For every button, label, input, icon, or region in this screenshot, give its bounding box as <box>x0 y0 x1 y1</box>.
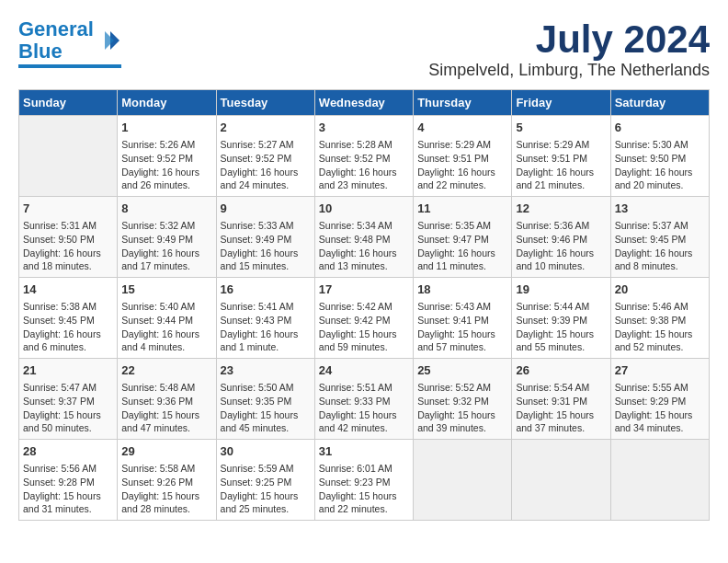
day-number: 16 <box>221 282 311 298</box>
cell-sun-info: Sunrise: 5:42 AM Sunset: 9:42 PM Dayligh… <box>319 300 409 354</box>
cell-sun-info: Sunrise: 5:51 AM Sunset: 9:33 PM Dayligh… <box>319 381 409 435</box>
cell-sun-info: Sunrise: 5:26 AM Sunset: 9:52 PM Dayligh… <box>121 138 211 192</box>
day-number: 26 <box>516 362 606 379</box>
cell-sun-info: Sunrise: 5:30 AM Sunset: 9:50 PM Dayligh… <box>615 138 705 192</box>
day-number: 14 <box>23 282 113 298</box>
calendar-cell: 27Sunrise: 5:55 AM Sunset: 9:29 PM Dayli… <box>610 359 709 440</box>
calendar-cell: 2Sunrise: 5:27 AM Sunset: 9:52 PM Daylig… <box>216 116 314 197</box>
calendar-cell <box>414 439 512 520</box>
cell-sun-info: Sunrise: 5:52 AM Sunset: 9:32 PM Dayligh… <box>417 381 507 435</box>
location-title: Simpelveld, Limburg, The Netherlands <box>428 61 710 80</box>
cell-sun-info: Sunrise: 5:44 AM Sunset: 9:39 PM Dayligh… <box>516 300 606 354</box>
header-day-wednesday: Wednesday <box>314 90 413 116</box>
cell-sun-info: Sunrise: 5:38 AM Sunset: 9:45 PM Dayligh… <box>23 300 113 354</box>
logo-divider <box>18 64 121 68</box>
calendar-cell: 19Sunrise: 5:44 AM Sunset: 9:39 PM Dayli… <box>512 278 610 359</box>
calendar-week-row: 21Sunrise: 5:47 AM Sunset: 9:37 PM Dayli… <box>19 359 710 440</box>
day-number: 17 <box>319 282 409 298</box>
calendar-cell: 17Sunrise: 5:42 AM Sunset: 9:42 PM Dayli… <box>314 278 413 359</box>
calendar-cell: 18Sunrise: 5:43 AM Sunset: 9:41 PM Dayli… <box>414 278 512 359</box>
day-number: 4 <box>417 120 507 136</box>
day-number: 12 <box>516 201 606 217</box>
calendar-cell: 28Sunrise: 5:56 AM Sunset: 9:28 PM Dayli… <box>19 439 118 520</box>
calendar-week-row: 14Sunrise: 5:38 AM Sunset: 9:45 PM Dayli… <box>19 278 710 359</box>
day-number: 1 <box>121 120 211 136</box>
cell-sun-info: Sunrise: 5:35 AM Sunset: 9:47 PM Dayligh… <box>417 219 507 273</box>
day-number: 8 <box>121 201 211 217</box>
header-day-friday: Friday <box>512 90 610 116</box>
day-number: 30 <box>221 443 311 460</box>
calendar-cell: 16Sunrise: 5:41 AM Sunset: 9:43 PM Dayli… <box>216 278 314 359</box>
calendar-header-row: SundayMondayTuesdayWednesdayThursdayFrid… <box>19 90 710 116</box>
calendar-cell: 25Sunrise: 5:52 AM Sunset: 9:32 PM Dayli… <box>414 359 512 440</box>
day-number: 24 <box>319 362 409 379</box>
calendar-cell: 10Sunrise: 5:34 AM Sunset: 9:48 PM Dayli… <box>314 197 413 278</box>
cell-sun-info: Sunrise: 5:31 AM Sunset: 9:50 PM Dayligh… <box>23 219 113 273</box>
header-day-saturday: Saturday <box>610 90 709 116</box>
calendar-week-row: 28Sunrise: 5:56 AM Sunset: 9:28 PM Dayli… <box>19 439 710 520</box>
cell-sun-info: Sunrise: 5:56 AM Sunset: 9:28 PM Dayligh… <box>23 462 113 516</box>
cell-sun-info: Sunrise: 5:37 AM Sunset: 9:45 PM Dayligh… <box>615 219 705 273</box>
calendar-cell: 21Sunrise: 5:47 AM Sunset: 9:37 PM Dayli… <box>19 359 118 440</box>
calendar-cell <box>512 439 610 520</box>
cell-sun-info: Sunrise: 5:32 AM Sunset: 9:49 PM Dayligh… <box>121 219 211 273</box>
cell-sun-info: Sunrise: 5:58 AM Sunset: 9:26 PM Dayligh… <box>121 462 211 516</box>
calendar-cell: 7Sunrise: 5:31 AM Sunset: 9:50 PM Daylig… <box>19 197 118 278</box>
cell-sun-info: Sunrise: 5:46 AM Sunset: 9:38 PM Dayligh… <box>615 300 705 354</box>
month-title: July 2024 <box>428 18 710 61</box>
cell-sun-info: Sunrise: 5:55 AM Sunset: 9:29 PM Dayligh… <box>615 381 705 435</box>
calendar-cell: 29Sunrise: 5:58 AM Sunset: 9:26 PM Dayli… <box>118 439 216 520</box>
cell-sun-info: Sunrise: 5:50 AM Sunset: 9:35 PM Dayligh… <box>221 381 311 435</box>
calendar-cell: 3Sunrise: 5:28 AM Sunset: 9:52 PM Daylig… <box>314 116 413 197</box>
calendar-cell: 30Sunrise: 5:59 AM Sunset: 9:25 PM Dayli… <box>216 439 314 520</box>
cell-sun-info: Sunrise: 5:27 AM Sunset: 9:52 PM Dayligh… <box>221 138 311 192</box>
day-number: 27 <box>615 362 705 379</box>
cell-sun-info: Sunrise: 5:59 AM Sunset: 9:25 PM Dayligh… <box>221 462 311 516</box>
cell-sun-info: Sunrise: 5:48 AM Sunset: 9:36 PM Dayligh… <box>121 381 211 435</box>
cell-sun-info: Sunrise: 5:40 AM Sunset: 9:44 PM Dayligh… <box>121 300 211 354</box>
calendar-table: SundayMondayTuesdayWednesdayThursdayFrid… <box>18 89 710 521</box>
calendar-cell: 4Sunrise: 5:29 AM Sunset: 9:51 PM Daylig… <box>414 116 512 197</box>
logo-icon <box>96 28 121 53</box>
logo-text: General Blue <box>18 17 94 63</box>
day-number: 7 <box>23 201 113 217</box>
calendar-cell: 13Sunrise: 5:37 AM Sunset: 9:45 PM Dayli… <box>610 197 709 278</box>
title-section: July 2024 Simpelveld, Limburg, The Nethe… <box>428 18 710 80</box>
cell-sun-info: Sunrise: 5:54 AM Sunset: 9:31 PM Dayligh… <box>516 381 606 435</box>
day-number: 11 <box>417 201 507 217</box>
cell-sun-info: Sunrise: 5:34 AM Sunset: 9:48 PM Dayligh… <box>319 219 409 273</box>
cell-sun-info: Sunrise: 5:36 AM Sunset: 9:46 PM Dayligh… <box>516 219 606 273</box>
header-day-tuesday: Tuesday <box>216 90 314 116</box>
header-day-sunday: Sunday <box>19 90 118 116</box>
calendar-cell: 31Sunrise: 6:01 AM Sunset: 9:23 PM Dayli… <box>314 439 413 520</box>
day-number: 15 <box>121 282 211 298</box>
calendar-cell: 5Sunrise: 5:29 AM Sunset: 9:51 PM Daylig… <box>512 116 610 197</box>
calendar-cell: 15Sunrise: 5:40 AM Sunset: 9:44 PM Dayli… <box>118 278 216 359</box>
calendar-cell: 23Sunrise: 5:50 AM Sunset: 9:35 PM Dayli… <box>216 359 314 440</box>
cell-sun-info: Sunrise: 5:33 AM Sunset: 9:49 PM Dayligh… <box>221 219 311 273</box>
day-number: 23 <box>221 362 311 379</box>
day-number: 19 <box>516 282 606 298</box>
logo: General Blue <box>18 18 121 68</box>
calendar-cell: 26Sunrise: 5:54 AM Sunset: 9:31 PM Dayli… <box>512 359 610 440</box>
calendar-cell: 22Sunrise: 5:48 AM Sunset: 9:36 PM Dayli… <box>118 359 216 440</box>
day-number: 2 <box>221 120 311 136</box>
calendar-week-row: 7Sunrise: 5:31 AM Sunset: 9:50 PM Daylig… <box>19 197 710 278</box>
calendar-cell: 24Sunrise: 5:51 AM Sunset: 9:33 PM Dayli… <box>314 359 413 440</box>
day-number: 3 <box>319 120 409 136</box>
day-number: 25 <box>417 362 507 379</box>
calendar-cell: 12Sunrise: 5:36 AM Sunset: 9:46 PM Dayli… <box>512 197 610 278</box>
calendar-week-row: 1Sunrise: 5:26 AM Sunset: 9:52 PM Daylig… <box>19 116 710 197</box>
day-number: 18 <box>417 282 507 298</box>
calendar-cell: 8Sunrise: 5:32 AM Sunset: 9:49 PM Daylig… <box>118 197 216 278</box>
calendar-cell <box>610 439 709 520</box>
day-number: 21 <box>23 362 113 379</box>
day-number: 20 <box>615 282 705 298</box>
header-day-monday: Monday <box>118 90 216 116</box>
calendar-cell: 1Sunrise: 5:26 AM Sunset: 9:52 PM Daylig… <box>118 116 216 197</box>
header-day-thursday: Thursday <box>414 90 512 116</box>
day-number: 13 <box>615 201 705 217</box>
day-number: 9 <box>221 201 311 217</box>
calendar-cell: 9Sunrise: 5:33 AM Sunset: 9:49 PM Daylig… <box>216 197 314 278</box>
header: General Blue July 2024 Simpelveld, Limbu… <box>18 18 710 80</box>
